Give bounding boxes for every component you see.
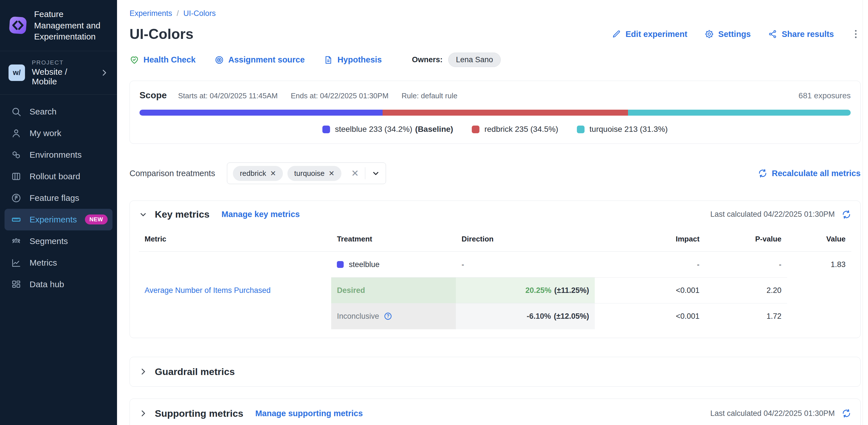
assignment-source-link[interactable]: Assignment source xyxy=(214,55,305,65)
baseline-label: (Baseline) xyxy=(415,125,453,134)
more-options-kebab-icon[interactable] xyxy=(851,28,861,40)
exposures-count: 681 exposures xyxy=(798,91,851,100)
refresh-icon xyxy=(758,169,768,178)
comparison-treatments-select[interactable]: redbrick ✕ turquoise ✕ ✕ xyxy=(227,162,386,184)
chip-label: turquoise xyxy=(294,169,324,178)
sidebar-item-feature-flags[interactable]: Feature flags xyxy=(4,187,113,209)
comparison-row: Comparison treatments redbrick ✕ turquoi… xyxy=(129,162,861,184)
edit-experiment-button[interactable]: Edit experiment xyxy=(612,29,687,39)
settings-button[interactable]: Settings xyxy=(704,29,751,39)
owner-badge[interactable]: Lena Sano xyxy=(448,53,501,67)
key-metrics-last-calculated: Last calculated 04/22/2025 01:30PM xyxy=(710,210,835,219)
gear-icon xyxy=(704,29,714,39)
chevron-down-icon[interactable] xyxy=(372,169,380,178)
chip-label: redbrick xyxy=(240,169,266,178)
breadcrumb-experiments-link[interactable]: Experiments xyxy=(129,9,172,18)
breadcrumb: Experiments / UI-Colors xyxy=(129,9,861,18)
flag-circle-icon xyxy=(11,192,22,204)
hypothesis-link[interactable]: Hypothesis xyxy=(323,55,382,65)
chip-redbrick[interactable]: redbrick ✕ xyxy=(233,166,283,181)
treatment-distribution-bar xyxy=(140,110,851,116)
impact-cell: - xyxy=(595,252,705,278)
column-header-impact: Impact xyxy=(595,227,705,252)
chevron-right-icon xyxy=(100,68,108,77)
edit-experiment-label: Edit experiment xyxy=(625,30,687,39)
direction-inconclusive-label: Inconclusive xyxy=(337,312,379,321)
sidebar-item-search[interactable]: Search xyxy=(4,101,113,122)
breadcrumb-current-link[interactable]: UI-Colors xyxy=(184,9,216,18)
treatment-name: steelblue xyxy=(349,260,379,269)
sidebar-item-label: Environments xyxy=(30,150,82,160)
sidebar-item-data-hub[interactable]: Data hub xyxy=(4,274,113,295)
value-cell: 2.20 xyxy=(705,278,787,303)
health-check-label: Health Check xyxy=(144,55,196,64)
sidebar-item-label: Rollout board xyxy=(30,172,80,181)
legend-text: redbrick 235 (34.5%) xyxy=(484,125,558,134)
experiment-meta-row: Health Check Assignment source Hypothesi… xyxy=(129,53,861,67)
help-circle-icon[interactable]: ? xyxy=(384,312,392,321)
legend-item-redbrick: redbrick 235 (34.5%) xyxy=(472,125,558,134)
expand-chevron-right-icon[interactable] xyxy=(139,367,147,376)
sidebar: Feature Management and Experimentation w… xyxy=(0,0,117,425)
comparison-treatments-label: Comparison treatments xyxy=(129,169,215,178)
people-icon xyxy=(11,236,22,247)
treatment-cell: steelblue xyxy=(331,252,456,278)
recalculate-label: Recalculate all metrics xyxy=(772,169,861,178)
owners-label: Owners: xyxy=(412,55,442,64)
chip-remove-icon[interactable]: ✕ xyxy=(270,170,276,177)
impact-value: -6.10% xyxy=(527,312,551,321)
settings-label: Settings xyxy=(718,30,751,39)
direction-desired-label: Desired xyxy=(337,286,365,295)
manage-supporting-metrics-link[interactable]: Manage supporting metrics xyxy=(255,409,363,418)
scope-starts-at: Starts at: 04/20/2025 11:45AM xyxy=(178,91,278,100)
owners: Owners: Lena Sano xyxy=(412,53,501,67)
sidebar-item-label: Metrics xyxy=(30,258,57,268)
health-check-link[interactable]: Health Check xyxy=(129,55,196,65)
share-results-button[interactable]: Share results xyxy=(768,29,834,39)
metric-name-link[interactable]: Average Number of Items Purchased xyxy=(145,286,271,295)
sidebar-item-experiments[interactable]: Experiments NEW xyxy=(4,209,113,231)
app-logo-icon xyxy=(8,16,27,35)
sidebar-item-segments[interactable]: Segments xyxy=(4,231,113,252)
sidebar-item-rollout-board[interactable]: Rollout board xyxy=(4,165,113,187)
collapse-chevron-down-icon[interactable] xyxy=(139,210,147,219)
sidebar-item-label: Experiments xyxy=(30,215,77,224)
direction-cell: Desired xyxy=(331,278,456,303)
impact-value: 20.25% xyxy=(525,286,552,295)
select-divider xyxy=(365,167,365,179)
table-row: Average Number of Items Purchased steelb… xyxy=(139,252,851,278)
chip-turquoise[interactable]: turquoise ✕ xyxy=(287,166,341,181)
refresh-icon[interactable] xyxy=(842,408,851,418)
value-cell: 1.83 xyxy=(787,252,851,278)
key-metrics-card: Key metrics Manage key metrics Last calc… xyxy=(129,201,861,338)
sidebar-item-label: Feature flags xyxy=(30,193,79,203)
heart-check-icon xyxy=(129,55,139,65)
hexagons-icon xyxy=(11,149,22,160)
key-metrics-table: Metric Treatment Direction Impact P-valu… xyxy=(139,227,851,329)
sidebar-nav: Search My work Environments Rollout boar… xyxy=(0,95,117,301)
project-avatar: w/ xyxy=(8,64,25,81)
refresh-icon[interactable] xyxy=(842,210,851,219)
guardrail-metrics-card: Guardrail metrics xyxy=(129,357,861,387)
sidebar-item-label: Data hub xyxy=(30,279,64,289)
supporting-metrics-title: Supporting metrics xyxy=(155,408,243,419)
pencil-icon xyxy=(612,29,621,39)
expand-chevron-right-icon[interactable] xyxy=(139,409,147,418)
chip-remove-icon[interactable]: ✕ xyxy=(329,170,335,177)
recalculate-all-metrics-button[interactable]: Recalculate all metrics xyxy=(758,169,861,178)
sidebar-item-environments[interactable]: Environments xyxy=(4,144,113,165)
app-title: Feature Management and Experimentation xyxy=(34,8,108,42)
project-switcher[interactable]: w/ PROJECT Website / Mobile xyxy=(0,51,117,95)
select-clear-icon[interactable]: ✕ xyxy=(351,168,359,179)
sidebar-item-my-work[interactable]: My work xyxy=(4,122,113,144)
column-header-value: Value xyxy=(787,227,851,252)
sidebar-item-metrics[interactable]: Metrics xyxy=(4,252,113,274)
columns-icon xyxy=(11,171,22,182)
scope-title: Scope xyxy=(140,90,167,100)
bar-segment-turquoise xyxy=(628,110,851,116)
new-badge: NEW xyxy=(85,214,107,224)
manage-key-metrics-link[interactable]: Manage key metrics xyxy=(221,210,300,219)
project-label: PROJECT xyxy=(32,59,93,66)
page-title: UI-Colors xyxy=(129,26,193,42)
ruler-icon xyxy=(11,214,22,225)
